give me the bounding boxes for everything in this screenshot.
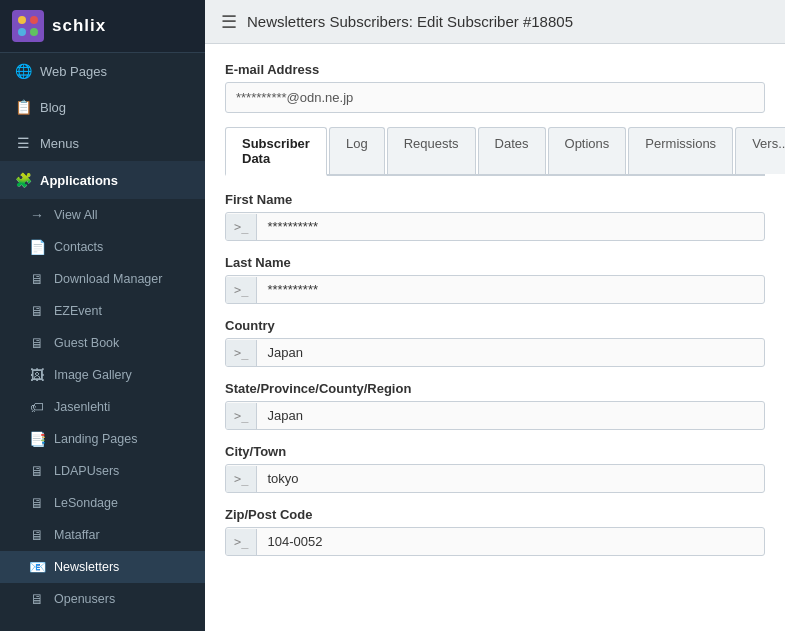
tabs-container: Subscriber Data Log Requests Dates Optio… [225, 127, 765, 176]
content-area: E-mail Address Subscriber Data Log Reque… [205, 44, 785, 631]
sidebar-item-newsletters[interactable]: 📧 Newsletters [0, 551, 205, 583]
tab-options[interactable]: Options [548, 127, 627, 174]
svg-point-1 [18, 16, 26, 24]
sidebar-item-mataffar[interactable]: 🖥 Mataffar [0, 519, 205, 551]
tab-log[interactable]: Log [329, 127, 385, 174]
field-prefix-city-town: >_ [226, 466, 257, 492]
sidebar-item-jasenlehti[interactable]: 🏷 Jasenlehti [0, 391, 205, 423]
sidebar-label-contacts: Contacts [54, 240, 103, 254]
email-label: E-mail Address [225, 62, 765, 77]
sidebar-item-ezevent[interactable]: 🖥 EZEvent [0, 295, 205, 327]
field-input-country[interactable] [257, 339, 764, 366]
sidebar-label-ezevent: EZEvent [54, 304, 102, 318]
sidebar-label-blog: Blog [40, 100, 66, 115]
sidebar-item-blog[interactable]: 📋 Blog [0, 89, 205, 125]
field-prefix-first-name: >_ [226, 214, 257, 240]
sidebar-label-applications: Applications [40, 173, 118, 188]
openusers-icon: 🖥 [28, 590, 46, 608]
sidebar-label-landing-pages: Landing Pages [54, 432, 137, 446]
sidebar-item-guest-book[interactable]: 🖥 Guest Book [0, 327, 205, 359]
view-all-icon: → [28, 206, 46, 224]
field-input-state-province[interactable] [257, 402, 764, 429]
sidebar-label-ldapusers: LDAPUsers [54, 464, 119, 478]
sidebar-item-openusers[interactable]: 🖥 Openusers [0, 583, 205, 615]
svg-point-2 [30, 16, 38, 24]
field-input-zip-post[interactable] [257, 528, 764, 555]
tab-subscriber-data[interactable]: Subscriber Data [225, 127, 327, 176]
sidebar-item-download-manager[interactable]: 🖥 Download Manager [0, 263, 205, 295]
mataffar-icon: 🖥 [28, 526, 46, 544]
sidebar-item-applications[interactable]: 🧩 Applications [0, 161, 205, 199]
field-row-first-name: >_ [225, 212, 765, 241]
menu-toggle-icon[interactable]: ☰ [221, 11, 237, 33]
svg-rect-0 [12, 10, 44, 42]
download-manager-icon: 🖥 [28, 270, 46, 288]
sidebar-item-image-gallery[interactable]: 🖼 Image Gallery [0, 359, 205, 391]
field-label-zip-post: Zip/Post Code [225, 507, 765, 522]
applications-icon: 🧩 [14, 171, 32, 189]
field-label-last-name: Last Name [225, 255, 765, 270]
sidebar-item-ldapusers[interactable]: 🖥 LDAPUsers [0, 455, 205, 487]
page-title: Newsletters Subscribers: Edit Subscriber… [247, 13, 573, 30]
topbar: ☰ Newsletters Subscribers: Edit Subscrib… [205, 0, 785, 44]
blog-icon: 📋 [14, 98, 32, 116]
sidebar-label-newsletters: Newsletters [54, 560, 119, 574]
sidebar-label-jasenlehti: Jasenlehti [54, 400, 110, 414]
field-input-city-town[interactable] [257, 465, 764, 492]
main-area: ☰ Newsletters Subscribers: Edit Subscrib… [205, 0, 785, 631]
sidebar-item-lesondage[interactable]: 🖥 LeSondage [0, 487, 205, 519]
sidebar-label-openusers: Openusers [54, 592, 115, 606]
lesondage-icon: 🖥 [28, 494, 46, 512]
guest-book-icon: 🖥 [28, 334, 46, 352]
web-pages-icon: 🌐 [14, 62, 32, 80]
email-input[interactable] [225, 82, 765, 113]
sidebar-label-guest-book: Guest Book [54, 336, 119, 350]
field-label-state-province: State/Province/County/Region [225, 381, 765, 396]
field-row-country: >_ [225, 338, 765, 367]
image-gallery-icon: 🖼 [28, 366, 46, 384]
field-prefix-zip-post: >_ [226, 529, 257, 555]
field-row-state-province: >_ [225, 401, 765, 430]
sidebar-item-menus[interactable]: ☰ Menus [0, 125, 205, 161]
landing-pages-icon: 📑 [28, 430, 46, 448]
field-label-city-town: City/Town [225, 444, 765, 459]
sidebar-logo: schlix [0, 0, 205, 53]
ldapusers-icon: 🖥 [28, 462, 46, 480]
sidebar-label-lesondage: LeSondage [54, 496, 118, 510]
newsletters-icon: 📧 [28, 558, 46, 576]
sidebar: schlix 🌐 Web Pages 📋 Blog ☰ Menus 🧩 Appl… [0, 0, 205, 631]
field-label-country: Country [225, 318, 765, 333]
sidebar-label-view-all: View All [54, 208, 98, 222]
ezevent-icon: 🖥 [28, 302, 46, 320]
sidebar-label-web-pages: Web Pages [40, 64, 107, 79]
field-prefix-last-name: >_ [226, 277, 257, 303]
sidebar-item-contacts[interactable]: 📄 Contacts [0, 231, 205, 263]
field-row-last-name: >_ [225, 275, 765, 304]
tab-permissions[interactable]: Permissions [628, 127, 733, 174]
fields-container: First Name>_Last Name>_Country>_State/Pr… [225, 192, 765, 556]
tab-requests[interactable]: Requests [387, 127, 476, 174]
field-prefix-country: >_ [226, 340, 257, 366]
field-row-city-town: >_ [225, 464, 765, 493]
tab-dates[interactable]: Dates [478, 127, 546, 174]
sidebar-item-view-all[interactable]: → View All [0, 199, 205, 231]
menus-icon: ☰ [14, 134, 32, 152]
field-row-zip-post: >_ [225, 527, 765, 556]
sidebar-label-download-manager: Download Manager [54, 272, 162, 286]
field-input-first-name[interactable] [257, 213, 764, 240]
sidebar-label-image-gallery: Image Gallery [54, 368, 132, 382]
field-label-first-name: First Name [225, 192, 765, 207]
sidebar-item-web-pages[interactable]: 🌐 Web Pages [0, 53, 205, 89]
svg-point-4 [30, 28, 38, 36]
svg-point-3 [18, 28, 26, 36]
contacts-icon: 📄 [28, 238, 46, 256]
sidebar-label-menus: Menus [40, 136, 79, 151]
tab-versions[interactable]: Vers... [735, 127, 785, 174]
schlix-logo-icon [12, 10, 44, 42]
sidebar-item-landing-pages[interactable]: 📑 Landing Pages [0, 423, 205, 455]
brand-name: schlix [52, 16, 106, 36]
field-prefix-state-province: >_ [226, 403, 257, 429]
field-input-last-name[interactable] [257, 276, 764, 303]
sidebar-label-mataffar: Mataffar [54, 528, 100, 542]
jasenlehti-icon: 🏷 [28, 398, 46, 416]
